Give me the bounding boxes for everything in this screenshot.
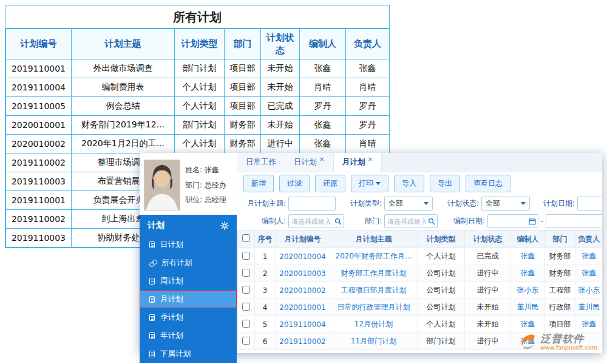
compiler: 肖晴 — [300, 78, 346, 97]
owner[interactable]: 张小东 — [575, 282, 603, 299]
plan-status: 已完成 — [261, 97, 300, 116]
compile-date-from-wrap — [487, 214, 538, 228]
sidebar-item[interactable]: 季计划 — [140, 308, 237, 326]
plan-type: 公司计划 — [418, 265, 465, 282]
row-checkbox[interactable] — [242, 303, 250, 311]
brand-watermark: 泛普软件 www.fanpusoft.com — [518, 332, 597, 352]
sidebar-item[interactable]: 周计划 — [140, 272, 237, 290]
row-checkbox[interactable] — [242, 252, 250, 260]
gear-icon[interactable] — [220, 221, 229, 230]
toolbar: 新增过滤还原打印导入导出查看日志 — [237, 172, 602, 195]
plan-subject[interactable]: 工程项目部月度计划 — [330, 282, 418, 299]
profile-position: 职位: 总经理 — [185, 192, 226, 207]
sidebar-item[interactable]: 日计划 — [140, 235, 237, 254]
compile-date-from-input[interactable] — [487, 214, 538, 228]
plan-subject[interactable]: 11月部门计划 — [330, 333, 418, 350]
compiler[interactable]: 张小东 — [511, 282, 545, 299]
dept-filter-label: 部门: — [353, 216, 382, 226]
column-header: 月计划编号 — [276, 231, 330, 248]
plan-date-input[interactable] — [577, 197, 602, 211]
plan-subject[interactable]: 日常的行政管理月计划 — [330, 299, 418, 316]
toolbar-button[interactable]: 导出 — [430, 175, 460, 192]
compiler-input-wrap — [288, 214, 344, 228]
toolbar-button[interactable]: 新增 — [243, 175, 274, 192]
close-icon[interactable]: × — [319, 155, 325, 163]
plan-type: 个人计划 — [418, 316, 465, 333]
plan-type: 个人计划 — [175, 78, 225, 97]
compiler[interactable]: 张鑫 — [511, 265, 545, 282]
dept-input[interactable] — [384, 214, 438, 228]
compiler-input[interactable] — [288, 214, 344, 228]
subject-input[interactable] — [288, 197, 336, 211]
compile-date-to-input[interactable] — [546, 214, 602, 228]
row-checkbox[interactable] — [242, 286, 250, 294]
plan-subject[interactable]: 2020年财务部工作月... — [330, 248, 418, 265]
chevron-down-icon — [424, 202, 429, 205]
column-header: 计划类型 — [175, 29, 225, 59]
plan-type: 个人计划 — [175, 97, 225, 116]
sidebar-item[interactable]: 下属计划 — [140, 345, 237, 363]
column-header: 月计划主题 — [330, 231, 418, 248]
toolbar-button[interactable]: 查看日志 — [466, 175, 510, 192]
compiler[interactable]: 张鑫 — [511, 248, 545, 265]
sidebar-item[interactable]: 所有计划 — [140, 254, 237, 272]
compiler[interactable]: 张鑫 — [511, 316, 545, 333]
owner[interactable]: 张鑫 — [575, 265, 603, 282]
toolbar-button[interactable]: 过滤 — [279, 175, 310, 192]
filter-row-2: 编制人: 部门: 编制日期: - — [237, 212, 602, 230]
tab-bar: 日常工作日计划×月计划× — [237, 153, 602, 172]
tab[interactable]: 日常工作 — [237, 153, 285, 172]
sidebar-section: 计划 — [140, 215, 237, 235]
sidebar-section-title: 计划 — [148, 220, 164, 231]
plan-id: 2019110003 — [6, 229, 72, 248]
plan-id[interactable]: 2020010003 — [276, 265, 330, 282]
sidebar-item[interactable]: 年计划 — [140, 326, 237, 345]
filter-row-1: 月计划主题: 计划类型: 全部 计划状态: 全部 计划日期: — [237, 195, 602, 212]
plan-id[interactable]: 2019110002 — [276, 333, 330, 350]
plan-id[interactable]: 2019110004 — [276, 316, 330, 333]
plan-status-select[interactable]: 全部 — [481, 197, 530, 211]
table-row: 2019110001外出做市场调查部门计划项目部未开始张鑫张鑫 — [6, 59, 390, 78]
compiler: 张鑫 — [300, 135, 346, 153]
plan-subject[interactable]: 12月份计划 — [330, 316, 418, 333]
tab[interactable]: 月计划× — [334, 153, 382, 172]
row-checkbox[interactable] — [242, 337, 250, 345]
plan-id[interactable]: 2020010001 — [276, 299, 330, 316]
plan-type: 公司计划 — [418, 282, 465, 299]
plan-subject[interactable]: 财务部工作月度计划 — [330, 265, 418, 282]
plan-id[interactable]: 2020010004 — [276, 248, 330, 265]
table-row: 5201911000412月份计划个人计划未开始张鑫项目部张鑫 — [238, 316, 603, 333]
row-checkbox[interactable] — [242, 269, 250, 277]
plan-type-select[interactable]: 全部 — [384, 197, 433, 211]
column-header: 序号 — [255, 231, 276, 248]
plan-status: 未开始 — [261, 78, 300, 97]
select-all-checkbox[interactable] — [242, 234, 250, 242]
toolbar-button-label: 打印 — [359, 178, 373, 189]
department: 行政部 — [545, 299, 575, 316]
close-icon[interactable]: × — [367, 155, 373, 163]
owner[interactable]: 张鑫 — [575, 248, 603, 265]
toolbar-button[interactable]: 还原 — [315, 175, 345, 192]
table-row: 120200100042020年财务部工作月...个人计划已完成张鑫财务部张鑫 — [238, 248, 603, 265]
toolbar-button[interactable]: 打印 — [351, 175, 388, 192]
type-filter-label: 计划类型: — [343, 198, 382, 209]
toolbar-button[interactable]: 导入 — [394, 175, 424, 192]
sidebar-item-label: 季计划 — [160, 312, 183, 323]
owner[interactable]: 张鑫 — [575, 316, 603, 333]
compiler[interactable]: 董川民 — [511, 299, 545, 316]
column-header: 计划主题 — [72, 29, 175, 59]
plan-id[interactable]: 2020010002 — [276, 282, 330, 299]
owner[interactable]: 董川民 — [575, 299, 603, 316]
tab[interactable]: 日计划× — [285, 153, 334, 172]
plan-date-input-wrap — [577, 197, 602, 211]
monthly-plan-window: 姓名: 张鑫 部门: 总经办 职位: 总经理 计划 — [140, 153, 602, 353]
sidebar-item[interactable]: 月计划 — [140, 290, 237, 308]
plan-subject: 编制费用表 — [72, 78, 175, 97]
plan-type: 部门计划 — [175, 59, 225, 78]
row-checkbox[interactable] — [242, 320, 250, 328]
toolbar-button-label: 过滤 — [287, 178, 302, 189]
owner: 张鑫 — [346, 59, 390, 78]
tab-label: 日常工作 — [246, 157, 276, 167]
serial: 4 — [255, 299, 276, 316]
sidebar: 计划 日计划所有计划周计划月计划季计划年计划 — [140, 215, 237, 363]
